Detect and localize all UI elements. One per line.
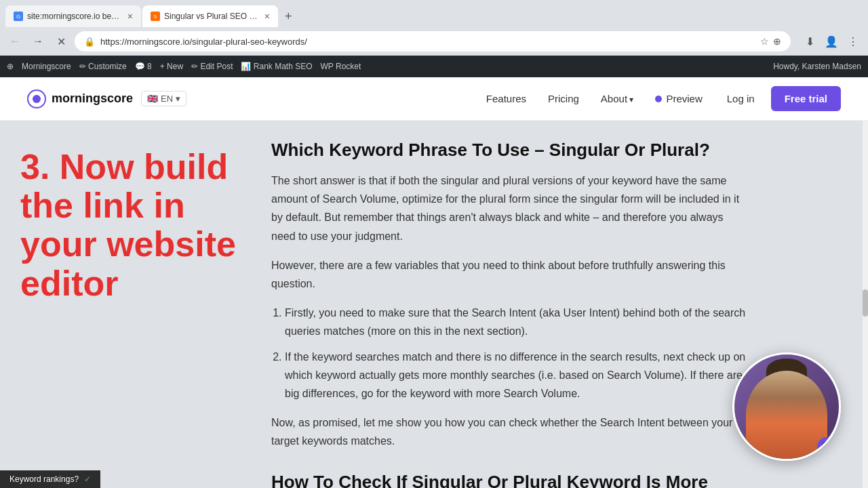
- wp-customize-item[interactable]: ✏ Customize: [79, 62, 127, 71]
- article-heading-2: How To Check If Singular Or Plural Keywo…: [271, 472, 746, 488]
- menu-icon[interactable]: ⋮: [844, 32, 863, 51]
- profile-icon[interactable]: 👤: [822, 32, 841, 51]
- tab-favicon-1: G: [14, 12, 23, 21]
- nav-features[interactable]: Features: [478, 89, 534, 108]
- tab-title-1: site:morningscore.io best …: [27, 12, 121, 21]
- lang-code: EN: [161, 94, 173, 104]
- article-p3: Now, as promised, let me show you how yo…: [271, 413, 746, 450]
- wp-toolbar: ⊕ Morningscore ✏ Customize 💬 8 + New ✏ E…: [0, 56, 868, 77]
- free-trial-button[interactable]: Free trial: [771, 86, 841, 111]
- nav-about[interactable]: About: [593, 89, 642, 108]
- wp-comments-item[interactable]: 💬 8: [135, 62, 152, 71]
- chat-icon[interactable]: 💬: [817, 437, 836, 456]
- list-item-1: Firstly, you need to make sure that the …: [285, 304, 746, 340]
- logo-text: morningscore: [52, 92, 133, 106]
- address-bar: ← → ✕ 🔒 https://morningscore.io/singular…: [0, 27, 868, 56]
- keyword-notification[interactable]: Keyword rankings? ✓: [0, 470, 100, 488]
- logo-inner-circle: [33, 95, 41, 103]
- forward-button[interactable]: →: [28, 32, 47, 51]
- notification-check-icon: ✓: [84, 474, 91, 484]
- video-bubble[interactable]: 💬: [732, 352, 841, 461]
- lang-arrow-icon: ▾: [176, 94, 180, 104]
- scrollbar-thumb[interactable]: [863, 289, 868, 317]
- site-nav: morningscore 🇬🇧 EN ▾ Features Pricing Ab…: [0, 77, 868, 121]
- article-p1: The short answer is that if both the sin…: [271, 171, 746, 245]
- wp-edit-post-item[interactable]: ✏ Edit Post: [191, 62, 233, 71]
- wp-logo-item[interactable]: ⊕: [7, 62, 14, 71]
- nav-links: Features Pricing About Preview Log in Fr…: [478, 86, 841, 111]
- tab-1[interactable]: G site:morningscore.io best … ×: [5, 5, 141, 27]
- article-list: Firstly, you need to make sure that the …: [285, 304, 746, 403]
- preview-label: Preview: [666, 93, 702, 104]
- notification-label: Keyword rankings?: [9, 474, 79, 484]
- wp-rocket-item[interactable]: WP Rocket: [321, 62, 361, 71]
- step-text: 3. Now build the link in your website ed…: [20, 148, 237, 303]
- scrollbar-track[interactable]: [863, 121, 868, 488]
- article-content: Which Keyword Phrase To Use – Singular O…: [258, 121, 787, 488]
- person-body: [746, 371, 827, 459]
- back-button[interactable]: ←: [5, 32, 24, 51]
- article-p2: However, there are a few variables that …: [271, 256, 746, 293]
- tab-bar: G site:morningscore.io best … × S Singul…: [0, 0, 868, 27]
- site-logo[interactable]: morningscore: [27, 89, 133, 108]
- login-button[interactable]: Log in: [716, 89, 766, 108]
- tab-favicon-2: S: [151, 12, 160, 21]
- logo-icon: [27, 89, 46, 108]
- bookmark-icon[interactable]: ☆: [760, 36, 769, 47]
- new-tab-button[interactable]: +: [279, 5, 298, 27]
- wp-user-greeting: Howdy, Karsten Madsen: [773, 62, 861, 71]
- extensions-icon[interactable]: ⊕: [773, 36, 781, 47]
- preview-dot-icon: [655, 96, 662, 102]
- downloads-icon[interactable]: ⬇: [800, 32, 819, 51]
- flag-icon: 🇬🇧: [147, 94, 158, 104]
- left-sidebar: 3. Now build the link in your website ed…: [0, 121, 258, 488]
- tab-close-1[interactable]: ×: [127, 11, 133, 22]
- nav-pricing[interactable]: Pricing: [540, 89, 587, 108]
- list-item-2: If the keyword searches match and there …: [285, 348, 746, 403]
- reload-button[interactable]: ✕: [52, 32, 71, 51]
- tab-close-2[interactable]: ×: [264, 11, 270, 22]
- url-bar[interactable]: 🔒 https://morningscore.io/singular-plura…: [75, 31, 791, 52]
- wp-new-item[interactable]: + New: [160, 62, 183, 71]
- tab-2[interactable]: S Singular vs Plural SEO K… ×: [142, 5, 278, 27]
- lang-selector[interactable]: 🇬🇧 EN ▾: [141, 91, 186, 106]
- wp-rank-math-item[interactable]: 📊 Rank Math SEO: [241, 62, 312, 71]
- wp-morningscore-item[interactable]: Morningscore: [22, 62, 71, 71]
- video-content: 💬: [734, 354, 839, 459]
- article-heading-1: Which Keyword Phrase To Use – Singular O…: [271, 140, 746, 161]
- nav-preview[interactable]: Preview: [647, 89, 710, 108]
- url-text: https://morningscore.io/singular-plural-…: [100, 37, 307, 47]
- tab-title-2: Singular vs Plural SEO K…: [164, 12, 258, 21]
